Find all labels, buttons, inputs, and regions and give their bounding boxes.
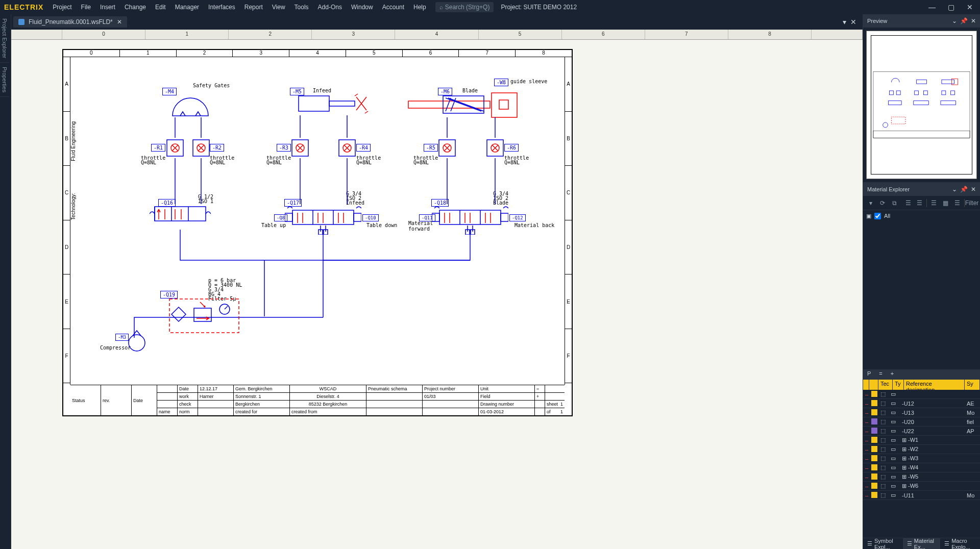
material-row[interactable]: – ⬚ ▭ ⊞ -W5 [863,472,980,482]
material-row[interactable]: – ⬚ ▭ -U13 Mo [863,408,980,417]
app-logo: ELECTRIX [4,3,43,11]
sheet-body: -M4 Safety Gates -M5 Infeed -M6 Blade -W… [70,57,565,385]
menu-interfaces[interactable]: Interfaces [204,2,239,13]
mat-btn-refresh[interactable]: ⟳ [878,198,888,208]
preview-panel: Preview ⌄ 📌 ✕ [863,14,980,183]
project-label: Project: SUITE DEMO 2012 [501,4,577,11]
title-block: Status rev. Date name Date work [70,385,565,415]
menu-account[interactable]: Account [378,2,408,13]
maintenance-unit[interactable] [168,298,240,334]
window-controls: — ▢ ✕ [925,2,976,12]
minimize-button[interactable]: — [925,2,939,12]
mat-btn-filter[interactable]: Filter [967,198,977,208]
menu-project[interactable]: Project [48,2,76,13]
menu-window[interactable]: Window [347,2,377,13]
search-icon: ⌕ [439,4,443,11]
menu-addons[interactable]: Add-Ons [314,2,346,13]
material-filter-row: ▣ All [863,210,980,221]
material-header: Material Explorer ⌄ 📌 ✕ [863,183,980,196]
side-panels: Preview ⌄ 📌 ✕ [863,14,980,549]
bottom-tabs: ☰ Symbol Expl... ☰ Material Ex... ☰ Macr… [863,538,980,549]
panel-pin-icon[interactable]: 📌 [960,186,968,193]
preview-body[interactable] [866,31,977,179]
bot-tab-material[interactable]: ☰ Material Ex... [903,538,940,549]
menu-change[interactable]: Change [120,2,150,13]
mat-btn-t4[interactable]: ▦ [941,198,950,208]
mat-btn-t2[interactable]: ☰ [915,198,925,208]
mat-btn-t1[interactable]: ☰ [903,198,913,208]
mat-btn-copy[interactable]: ⧉ [890,198,899,208]
material-row[interactable]: – ⬚ ▭ ⊞ -W2 [863,445,980,454]
row-header-left: ABC DEF [63,57,70,385]
mat-btn-expand[interactable]: ▾ [866,198,876,208]
panel-dropdown-icon[interactable]: ⌄ [952,17,957,24]
doc-icon [18,19,24,25]
compressor[interactable] [124,330,150,352]
tab-dropdown-icon[interactable]: ▾ [843,18,846,26]
close-button[interactable]: ✕ [964,2,976,12]
menu-file[interactable]: File [77,2,95,13]
menu-report[interactable]: Report [240,2,267,13]
document-tab[interactable]: Fluid_Pneumatik.0001.wsFLD* ✕ [13,16,127,28]
document-tabbar: Fluid_Pneumatik.0001.wsFLD* ✕ ▾ ✕ [11,14,863,30]
material-row[interactable]: – ⬚ ▭ -U22 AP [863,427,980,436]
menu-view[interactable]: View [268,2,289,13]
bot-tab-macro[interactable]: ☰ Macro Explo... [940,538,980,549]
tab-close-icon[interactable]: ✕ [117,18,122,26]
menu-help[interactable]: Help [409,2,430,13]
mat-btn-t3[interactable]: ☰ [929,198,939,208]
material-toolbar: ▾ ⟳ ⧉ ☰ ☰ ☰ ▦ ☰ Filter [863,196,980,210]
material-grid[interactable]: – ⬚ ▭ – ⬚ ▭ -U12 AE– ⬚ ▭ -U13 Mo– ⬚ ▭ -U… [863,390,980,538]
material-row[interactable]: – ⬚ ▭ -U11 Mo [863,491,980,500]
search-box[interactable]: ⌕Search (Strg+Q) [435,2,494,12]
panel-pin-icon[interactable]: 📌 [960,17,968,24]
drawing-sheet[interactable]: 012 345 678 ABC DEF ABC DEF Technology: … [62,49,573,416]
box-icon: ▣ [866,213,871,219]
tag-q19[interactable]: -Q19 [160,291,178,298]
col-header: 012 345 678 [63,50,572,57]
left-rail: Project Explorer Properties [0,14,11,549]
material-row[interactable]: – ⬚ ▭ -U20 fiel [863,417,980,427]
material-grid-header: Tec Ty Reference designation Sy [863,380,980,390]
panel-close-icon[interactable]: ✕ [971,186,976,193]
svg-rect-30 [194,308,211,321]
material-panel: Material Explorer ⌄ 📌 ✕ ▾ ⟳ ⧉ ☰ ☰ ☰ ▦ ☰ [863,183,980,549]
svg-rect-29 [169,299,239,333]
preview-header: Preview ⌄ 📌 ✕ [863,14,980,28]
bot-tab-symbol[interactable]: ☰ Symbol Expl... [863,538,903,549]
menu-insert[interactable]: Insert [96,2,119,13]
preview-thumbnail [871,35,972,174]
tab-close-all-icon[interactable]: ✕ [850,18,856,26]
material-tabs: P = + [863,369,980,380]
menu-tools[interactable]: Tools [290,2,313,13]
mat-btn-t5[interactable]: ☰ [952,198,962,208]
panel-dropdown-icon[interactable]: ⌄ [952,186,957,193]
mat-tab-eq[interactable]: = [875,369,886,380]
material-row[interactable]: – ⬚ ▭ -U12 AE [863,399,980,408]
row-header-right: ABC DEF [565,57,572,385]
material-row[interactable]: – ⬚ ▭ ⊞ -W4 [863,463,980,472]
canvas-wrap[interactable]: 01 23 45 67 8 012 345 678 ABC DEF ABC [11,30,863,549]
maximize-button[interactable]: ▢ [945,2,958,12]
main-area: Fluid_Pneumatik.0001.wsFLD* ✕ ▾ ✕ 01 23 … [11,14,980,549]
mat-tab-plus[interactable]: + [887,369,898,380]
filter-all-checkbox[interactable] [874,213,881,219]
doc-tab-label: Fluid_Pneumatik.0001.wsFLD* [29,18,113,26]
canvas-area: Fluid_Pneumatik.0001.wsFLD* ✕ ▾ ✕ 01 23 … [11,14,863,549]
material-row[interactable]: – ⬚ ▭ ⊞ -W6 [863,482,980,491]
material-row[interactable]: – ⬚ ▭ [863,390,980,399]
menu-edit[interactable]: Edit [151,2,170,13]
material-row[interactable]: – ⬚ ▭ ⊞ -W1 [863,436,980,445]
menubar: ELECTRIX Project File Insert Change Edit… [0,0,980,14]
menu-manager[interactable]: Manager [171,2,203,13]
rail-properties[interactable]: Properties [0,63,9,97]
panel-close-icon[interactable]: ✕ [971,17,976,24]
svg-point-32 [129,335,145,351]
tab-controls: ▾ ✕ [843,18,861,26]
material-row[interactable]: – ⬚ ▭ ⊞ -W3 [863,454,980,463]
mat-tab-p[interactable]: P [863,369,875,380]
rail-project-explorer[interactable]: Project Explorer [0,14,9,63]
ruler-horizontal: 01 23 45 67 8 [11,30,863,40]
